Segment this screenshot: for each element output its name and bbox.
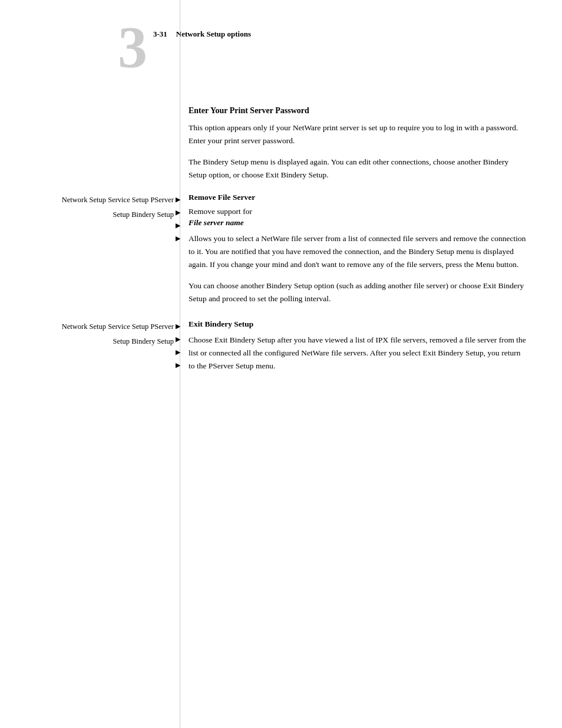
arrow-1-2: ▶ bbox=[176, 206, 180, 219]
section1-para1: This option appears only if your NetWare… bbox=[189, 121, 527, 147]
section2-subtitle-italic: File server name bbox=[189, 218, 527, 228]
page: 3 3-31 Network Setup options Enter Your … bbox=[0, 0, 562, 728]
sidebar-menu-2: Network Setup Service Setup PServer Setu… bbox=[56, 319, 174, 349]
menu-item-service-setup-1: Service Setup bbox=[108, 196, 148, 204]
menu-item-network-setup-2: Network Setup bbox=[62, 322, 106, 331]
menu-item-bindery-setup-2: Bindery Setup bbox=[131, 337, 174, 345]
section3-title: Exit Bindery Setup bbox=[189, 319, 527, 329]
page-number-area: 3-31 Network Setup options bbox=[153, 29, 251, 39]
arrow-1-1: ▶ bbox=[176, 193, 180, 206]
arrow-1-4: ▶ bbox=[176, 232, 180, 245]
section2-content: Remove File Server Remove support for Fi… bbox=[189, 193, 527, 305]
menu-block-2: Network Setup Service Setup PServer Setu… bbox=[0, 319, 562, 372]
page-header: 3 3-31 Network Setup options bbox=[0, 0, 562, 83]
section2-para1: Allows you to select a NetWare file serv… bbox=[189, 232, 527, 271]
section2-subtitle: Remove support for bbox=[189, 207, 527, 216]
section-enter-password: Enter Your Print Server Password This op… bbox=[189, 106, 527, 181]
menu-item-service-setup-2: Service Setup bbox=[108, 322, 148, 331]
page-number: 3-31 bbox=[153, 29, 167, 39]
arrow-1-3: ▶ bbox=[176, 219, 180, 232]
section1-title: Enter Your Print Server Password bbox=[189, 106, 527, 116]
section2-para2: You can choose another Bindery Setup opt… bbox=[189, 279, 527, 305]
chapter-number: 3 bbox=[118, 18, 147, 77]
arrow-2-1: ▶ bbox=[176, 319, 180, 332]
section2-title: Remove File Server bbox=[189, 193, 527, 202]
arrow-2-3: ▶ bbox=[176, 345, 180, 358]
header-right: 3-31 Network Setup options bbox=[153, 24, 251, 39]
arrows-col-2: ▶ ▶ ▶ ▶ bbox=[176, 319, 180, 371]
arrow-2-2: ▶ bbox=[176, 332, 180, 345]
menu-item-bindery-setup-1: Bindery Setup bbox=[131, 210, 174, 219]
menu-item-network-setup-1: Network Setup bbox=[62, 196, 106, 204]
menu-block-1: Network Setup Service Setup PServer Setu… bbox=[0, 193, 562, 305]
section3-para1: Choose Exit Bindery Setup after you have… bbox=[189, 334, 527, 372]
arrows-col-1: ▶ ▶ ▶ ▶ bbox=[176, 193, 180, 245]
arrow-2-4: ▶ bbox=[176, 358, 180, 371]
header-title: Network Setup options bbox=[176, 29, 251, 39]
section1-para2: The Bindery Setup menu is displayed agai… bbox=[189, 156, 527, 181]
sidebar-menu-1: Network Setup Service Setup PServer Setu… bbox=[56, 193, 174, 222]
section3-content: Exit Bindery Setup Choose Exit Bindery S… bbox=[189, 319, 527, 372]
